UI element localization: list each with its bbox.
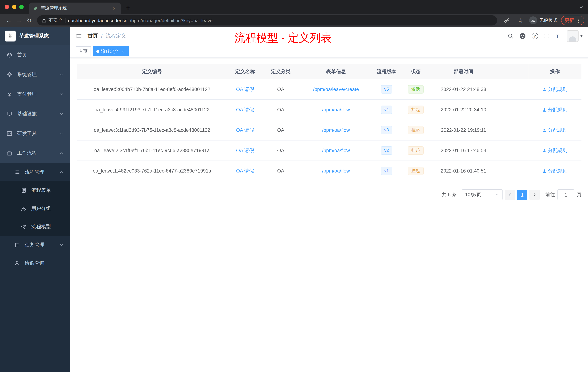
assign-rule-link[interactable]: 分配规则 (542, 127, 568, 133)
definition-category: OA (263, 120, 299, 140)
sidebar-item-devtools[interactable]: 研发工具 (0, 124, 70, 143)
definition-name-link[interactable]: OA 请假 (236, 127, 254, 133)
definition-name-link[interactable]: OA 请假 (236, 148, 254, 153)
form-link[interactable]: /bpm/oa/flow (322, 127, 350, 133)
sidebar-item-workflow[interactable]: 工作流程 (0, 143, 70, 163)
definition-name-link[interactable]: OA 请假 (236, 87, 254, 92)
zoom-window-button[interactable] (19, 5, 24, 9)
user-icon (542, 169, 546, 173)
user-icon (542, 128, 546, 132)
sidebar-item-process-form[interactable]: 流程表单 (0, 181, 70, 199)
reload-button[interactable]: ↻ (24, 15, 34, 25)
page-size-select[interactable]: 10条/页 (462, 189, 503, 200)
browser-update-button[interactable]: 更新 ⋮ (561, 16, 584, 25)
definition-name-link[interactable]: OA 请假 (236, 168, 254, 174)
form-link[interactable]: /bpm/oa/flow (322, 148, 350, 153)
sidebar-item-task-mgmt[interactable]: 任务管理 (0, 236, 70, 254)
incognito-badge: 无痕模式 (529, 16, 557, 24)
assign-rule-link[interactable]: 分配规则 (542, 168, 568, 174)
code-icon (7, 131, 12, 136)
definition-id: oa_leave:5:004b710b-7b8a-11ec-8ef0-acde4… (77, 79, 227, 99)
version-badge: v1 (380, 167, 392, 175)
monitor-icon (7, 111, 12, 117)
form-link[interactable]: /bpm/oa/leave/create (313, 87, 359, 92)
user-icon (542, 108, 546, 112)
goto-page-input[interactable] (557, 189, 574, 200)
minimize-window-button[interactable] (12, 5, 16, 9)
fullscreen-icon[interactable] (544, 33, 550, 39)
tab-close-icon[interactable]: × (111, 5, 117, 11)
form-link[interactable]: /bpm/oa/flow (322, 107, 350, 112)
paper-plane-icon (21, 224, 27, 230)
breadcrumb-current: 流程定义 (106, 33, 126, 39)
key-icon[interactable] (502, 15, 512, 25)
sidebar-item-system[interactable]: 系统管理 (0, 65, 70, 85)
table-header-row: 定义编号 定义名称 定义分类 表单信息 流程版本 状态 部署时间 操作 (77, 65, 581, 79)
screen: 芋道管理系统 × + ← → ↻ 不安全 dashboard.yudao.ioc… (0, 0, 588, 372)
tag-close-icon[interactable]: × (120, 49, 126, 54)
assign-rule-link[interactable]: 分配规则 (542, 147, 568, 154)
assign-rule-link[interactable]: 分配规则 (542, 86, 568, 93)
filler-cell (495, 140, 528, 161)
new-tab-button[interactable]: + (123, 3, 133, 13)
sidebar-item-payment[interactable]: ¥ 支付管理 (0, 85, 70, 104)
breadcrumb-separator: / (101, 33, 103, 39)
users-icon (21, 206, 27, 211)
dashboard-icon (7, 52, 12, 58)
col-filler (495, 65, 528, 79)
prev-page-button[interactable] (505, 190, 515, 200)
user-icon (542, 148, 546, 153)
version-badge: v3 (380, 126, 392, 134)
warning-icon (42, 18, 47, 23)
sidebar-item-infrastructure[interactable]: 基础设施 (0, 104, 70, 124)
search-icon[interactable] (507, 33, 513, 39)
table-row: oa_leave:3:1fad3d93-7b75-11ec-a3c8-acde4… (77, 120, 581, 140)
url-field[interactable]: 不安全 dashboard.yudao.iocoder.cn/bpm/manag… (37, 15, 497, 25)
sidebar-item-user-group[interactable]: 用户分组 (0, 199, 70, 218)
pagination: 共 5 条 10条/页 1 前往 页 (77, 189, 581, 200)
browser-tab[interactable]: 芋道管理系统 × (29, 2, 121, 14)
security-status[interactable]: 不安全 (42, 17, 63, 24)
tag-process-definition[interactable]: 流程定义 × (93, 46, 129, 56)
annotation-text: 流程模型 - 定义列表 (235, 31, 331, 45)
form-link[interactable]: /bpm/oa/flow (322, 168, 350, 174)
definition-name-link[interactable]: OA 请假 (236, 107, 254, 112)
font-size-icon[interactable]: TT (556, 33, 561, 39)
filler-cell (495, 120, 528, 140)
deploy-time: 2022-01-16 01:40:51 (432, 161, 495, 181)
definition-category: OA (263, 140, 299, 161)
chevron-up-icon (59, 170, 64, 174)
chevron-down-icon (59, 72, 64, 77)
sidebar-item-process-mgmt[interactable]: 流程管理 (0, 163, 70, 181)
hamburger-icon[interactable] (76, 33, 82, 39)
sidebar-item-leave-query[interactable]: 请假查询 (0, 254, 70, 272)
favicon-leaf-icon (33, 6, 38, 11)
sidebar-item-process-model[interactable]: 流程模型 (0, 218, 70, 236)
address-bar-actions: ☆ 无痕模式 更新 ⋮ (502, 15, 584, 25)
col-operation: 操作 (528, 65, 581, 79)
col-deploy-time: 部署时间 (432, 65, 495, 79)
tag-home[interactable]: 首页 (76, 46, 91, 56)
user-avatar-menu[interactable]: ▾ (567, 30, 583, 42)
assign-rule-link[interactable]: 分配规则 (542, 107, 568, 113)
forward-button[interactable]: → (14, 15, 24, 25)
next-page-button[interactable] (529, 190, 540, 200)
browser-menu-icon[interactable]: ⋮ (576, 18, 581, 23)
bookmark-star-icon[interactable]: ☆ (515, 15, 525, 25)
sidebar-item-home[interactable]: 首页 (0, 45, 70, 65)
incognito-icon (529, 16, 537, 24)
document-icon (21, 187, 27, 193)
help-icon[interactable]: ? (531, 33, 538, 39)
active-dot (96, 50, 99, 53)
url-divider (65, 18, 65, 23)
breadcrumb-home[interactable]: 首页 (88, 33, 98, 39)
app-logo[interactable]: 芋道管理系统 (0, 27, 70, 45)
goto-label: 前往 (546, 191, 555, 198)
tab-search-chevron-icon[interactable] (578, 5, 584, 10)
filler-cell (495, 161, 528, 181)
close-window-button[interactable] (5, 5, 9, 9)
definition-category: OA (263, 161, 299, 181)
github-icon[interactable] (519, 33, 526, 39)
current-page-button[interactable]: 1 (517, 190, 527, 200)
back-button[interactable]: ← (4, 15, 14, 25)
